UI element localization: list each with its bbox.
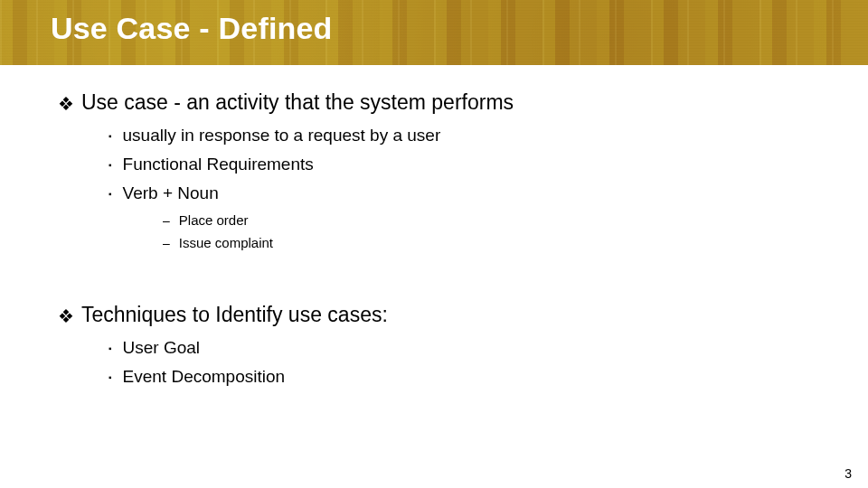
square-icon: ▪	[108, 372, 112, 382]
bullet-text: User Goal	[123, 338, 201, 358]
bullet-level2: ▪ Event Decomposition	[108, 367, 810, 387]
dash-icon: –	[163, 236, 170, 250]
bullet-text: Use case - an activity that the system p…	[81, 90, 514, 115]
bullet-text: Place order	[179, 212, 249, 228]
content-block-1: ❖ Use case - an activity that the system…	[0, 65, 868, 250]
content-block-2: ❖ Techniques to Identify use cases: ▪ Us…	[0, 258, 868, 387]
square-icon: ▪	[108, 189, 112, 199]
square-icon: ▪	[108, 160, 112, 170]
bullet-level1: ❖ Use case - an activity that the system…	[58, 90, 810, 115]
page-number: 3	[844, 466, 852, 481]
bullet-text: Functional Requirements	[123, 155, 314, 174]
diamond-icon: ❖	[58, 95, 74, 113]
slide-title: Use Case - Defined	[51, 11, 333, 46]
bullet-text: Event Decomposition	[123, 367, 286, 387]
bullet-text: Techniques to Identify use cases:	[81, 303, 388, 327]
dash-icon: –	[163, 213, 170, 228]
bullet-level2: ▪ User Goal	[108, 338, 810, 358]
bullet-level2: ▪ Verb + Noun	[108, 183, 810, 203]
square-icon: ▪	[108, 131, 112, 141]
title-band: Use Case - Defined	[0, 0, 868, 65]
bullet-level2: ▪ usually in response to a request by a …	[108, 126, 810, 145]
bullet-text: usually in response to a request by a us…	[123, 126, 441, 145]
bullet-level1: ❖ Techniques to Identify use cases:	[58, 303, 810, 327]
bullet-level3: – Place order	[163, 212, 810, 228]
diamond-icon: ❖	[58, 307, 74, 325]
bullet-text: Verb + Noun	[123, 183, 219, 203]
bullet-text: Issue complaint	[179, 235, 273, 250]
square-icon: ▪	[108, 343, 112, 353]
bullet-level3: – Issue complaint	[163, 235, 810, 250]
bullet-level2: ▪ Functional Requirements	[108, 155, 810, 174]
